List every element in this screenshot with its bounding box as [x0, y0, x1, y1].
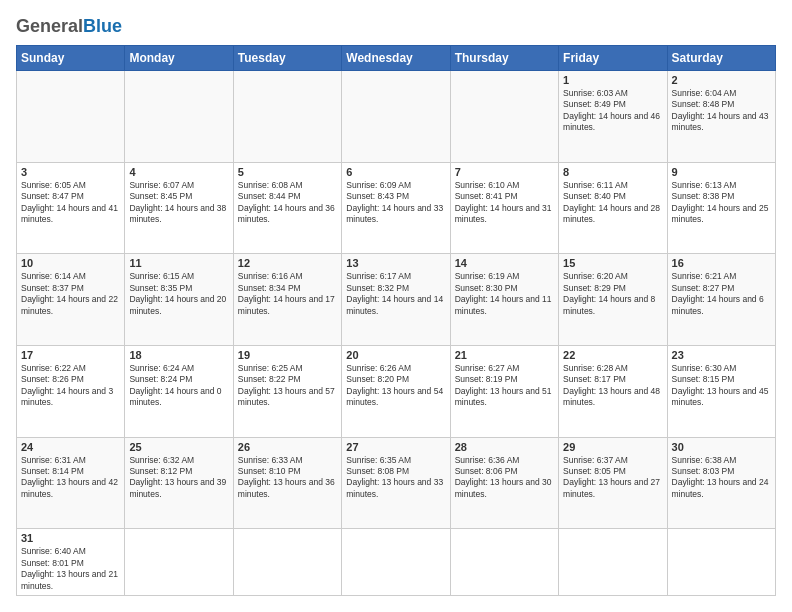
- day-info: Sunrise: 6:17 AM Sunset: 8:32 PM Dayligh…: [346, 271, 445, 317]
- calendar-cell: [125, 71, 233, 163]
- calendar-table: SundayMondayTuesdayWednesdayThursdayFrid…: [16, 45, 776, 596]
- weekday-header-wednesday: Wednesday: [342, 46, 450, 71]
- day-info: Sunrise: 6:15 AM Sunset: 8:35 PM Dayligh…: [129, 271, 228, 317]
- header: General GeneralBlue: [16, 16, 776, 37]
- day-info: Sunrise: 6:04 AM Sunset: 8:48 PM Dayligh…: [672, 88, 771, 134]
- day-number: 8: [563, 166, 662, 178]
- calendar-cell: [559, 529, 667, 596]
- calendar-cell: [17, 71, 125, 163]
- calendar-cell: 10Sunrise: 6:14 AM Sunset: 8:37 PM Dayli…: [17, 254, 125, 346]
- calendar-cell: 14Sunrise: 6:19 AM Sunset: 8:30 PM Dayli…: [450, 254, 558, 346]
- day-number: 10: [21, 257, 120, 269]
- calendar-cell: [233, 529, 341, 596]
- day-number: 18: [129, 349, 228, 361]
- calendar-cell: 29Sunrise: 6:37 AM Sunset: 8:05 PM Dayli…: [559, 437, 667, 529]
- day-info: Sunrise: 6:14 AM Sunset: 8:37 PM Dayligh…: [21, 271, 120, 317]
- day-info: Sunrise: 6:19 AM Sunset: 8:30 PM Dayligh…: [455, 271, 554, 317]
- weekday-header-thursday: Thursday: [450, 46, 558, 71]
- day-info: Sunrise: 6:08 AM Sunset: 8:44 PM Dayligh…: [238, 180, 337, 226]
- day-info: Sunrise: 6:30 AM Sunset: 8:15 PM Dayligh…: [672, 363, 771, 409]
- calendar-cell: 4Sunrise: 6:07 AM Sunset: 8:45 PM Daylig…: [125, 162, 233, 254]
- day-number: 6: [346, 166, 445, 178]
- calendar-cell: 6Sunrise: 6:09 AM Sunset: 8:43 PM Daylig…: [342, 162, 450, 254]
- calendar-cell: 31Sunrise: 6:40 AM Sunset: 8:01 PM Dayli…: [17, 529, 125, 596]
- calendar-cell: 3Sunrise: 6:05 AM Sunset: 8:47 PM Daylig…: [17, 162, 125, 254]
- day-number: 28: [455, 441, 554, 453]
- calendar-week-6: 31Sunrise: 6:40 AM Sunset: 8:01 PM Dayli…: [17, 529, 776, 596]
- calendar-cell: 25Sunrise: 6:32 AM Sunset: 8:12 PM Dayli…: [125, 437, 233, 529]
- calendar-cell: 13Sunrise: 6:17 AM Sunset: 8:32 PM Dayli…: [342, 254, 450, 346]
- day-number: 15: [563, 257, 662, 269]
- day-info: Sunrise: 6:09 AM Sunset: 8:43 PM Dayligh…: [346, 180, 445, 226]
- page: General GeneralBlue SundayMondayTuesdayW…: [0, 0, 792, 612]
- day-info: Sunrise: 6:07 AM Sunset: 8:45 PM Dayligh…: [129, 180, 228, 226]
- day-number: 31: [21, 532, 120, 544]
- day-number: 3: [21, 166, 120, 178]
- day-number: 2: [672, 74, 771, 86]
- day-info: Sunrise: 6:27 AM Sunset: 8:19 PM Dayligh…: [455, 363, 554, 409]
- calendar-week-2: 3Sunrise: 6:05 AM Sunset: 8:47 PM Daylig…: [17, 162, 776, 254]
- calendar-week-3: 10Sunrise: 6:14 AM Sunset: 8:37 PM Dayli…: [17, 254, 776, 346]
- day-number: 19: [238, 349, 337, 361]
- calendar-week-1: 1Sunrise: 6:03 AM Sunset: 8:49 PM Daylig…: [17, 71, 776, 163]
- calendar-cell: [342, 71, 450, 163]
- calendar-cell: 18Sunrise: 6:24 AM Sunset: 8:24 PM Dayli…: [125, 345, 233, 437]
- day-number: 9: [672, 166, 771, 178]
- day-info: Sunrise: 6:28 AM Sunset: 8:17 PM Dayligh…: [563, 363, 662, 409]
- calendar-cell: 30Sunrise: 6:38 AM Sunset: 8:03 PM Dayli…: [667, 437, 775, 529]
- day-info: Sunrise: 6:11 AM Sunset: 8:40 PM Dayligh…: [563, 180, 662, 226]
- calendar-cell: 2Sunrise: 6:04 AM Sunset: 8:48 PM Daylig…: [667, 71, 775, 163]
- day-info: Sunrise: 6:25 AM Sunset: 8:22 PM Dayligh…: [238, 363, 337, 409]
- day-info: Sunrise: 6:16 AM Sunset: 8:34 PM Dayligh…: [238, 271, 337, 317]
- day-info: Sunrise: 6:26 AM Sunset: 8:20 PM Dayligh…: [346, 363, 445, 409]
- calendar-cell: 12Sunrise: 6:16 AM Sunset: 8:34 PM Dayli…: [233, 254, 341, 346]
- weekday-header-sunday: Sunday: [17, 46, 125, 71]
- day-number: 29: [563, 441, 662, 453]
- day-number: 27: [346, 441, 445, 453]
- day-number: 30: [672, 441, 771, 453]
- day-number: 23: [672, 349, 771, 361]
- calendar-cell: [667, 529, 775, 596]
- calendar-cell: 5Sunrise: 6:08 AM Sunset: 8:44 PM Daylig…: [233, 162, 341, 254]
- logo-text: GeneralBlue: [16, 16, 122, 37]
- day-number: 20: [346, 349, 445, 361]
- day-info: Sunrise: 6:36 AM Sunset: 8:06 PM Dayligh…: [455, 455, 554, 501]
- day-number: 7: [455, 166, 554, 178]
- day-info: Sunrise: 6:10 AM Sunset: 8:41 PM Dayligh…: [455, 180, 554, 226]
- calendar-cell: 8Sunrise: 6:11 AM Sunset: 8:40 PM Daylig…: [559, 162, 667, 254]
- day-number: 25: [129, 441, 228, 453]
- day-info: Sunrise: 6:37 AM Sunset: 8:05 PM Dayligh…: [563, 455, 662, 501]
- calendar-cell: 7Sunrise: 6:10 AM Sunset: 8:41 PM Daylig…: [450, 162, 558, 254]
- day-number: 1: [563, 74, 662, 86]
- calendar-cell: [125, 529, 233, 596]
- day-info: Sunrise: 6:13 AM Sunset: 8:38 PM Dayligh…: [672, 180, 771, 226]
- day-number: 21: [455, 349, 554, 361]
- calendar-cell: 1Sunrise: 6:03 AM Sunset: 8:49 PM Daylig…: [559, 71, 667, 163]
- calendar-cell: 24Sunrise: 6:31 AM Sunset: 8:14 PM Dayli…: [17, 437, 125, 529]
- day-number: 5: [238, 166, 337, 178]
- calendar-cell: 27Sunrise: 6:35 AM Sunset: 8:08 PM Dayli…: [342, 437, 450, 529]
- day-number: 11: [129, 257, 228, 269]
- calendar-week-4: 17Sunrise: 6:22 AM Sunset: 8:26 PM Dayli…: [17, 345, 776, 437]
- day-info: Sunrise: 6:03 AM Sunset: 8:49 PM Dayligh…: [563, 88, 662, 134]
- calendar-cell: 16Sunrise: 6:21 AM Sunset: 8:27 PM Dayli…: [667, 254, 775, 346]
- calendar-cell: 15Sunrise: 6:20 AM Sunset: 8:29 PM Dayli…: [559, 254, 667, 346]
- day-info: Sunrise: 6:05 AM Sunset: 8:47 PM Dayligh…: [21, 180, 120, 226]
- calendar-cell: 23Sunrise: 6:30 AM Sunset: 8:15 PM Dayli…: [667, 345, 775, 437]
- weekday-header-friday: Friday: [559, 46, 667, 71]
- logo: General GeneralBlue: [16, 16, 122, 37]
- calendar-cell: 11Sunrise: 6:15 AM Sunset: 8:35 PM Dayli…: [125, 254, 233, 346]
- calendar-cell: [233, 71, 341, 163]
- weekday-header-saturday: Saturday: [667, 46, 775, 71]
- day-number: 14: [455, 257, 554, 269]
- day-number: 22: [563, 349, 662, 361]
- calendar-cell: 26Sunrise: 6:33 AM Sunset: 8:10 PM Dayli…: [233, 437, 341, 529]
- calendar-cell: [342, 529, 450, 596]
- day-info: Sunrise: 6:40 AM Sunset: 8:01 PM Dayligh…: [21, 546, 120, 592]
- day-number: 26: [238, 441, 337, 453]
- day-info: Sunrise: 6:20 AM Sunset: 8:29 PM Dayligh…: [563, 271, 662, 317]
- calendar-cell: 21Sunrise: 6:27 AM Sunset: 8:19 PM Dayli…: [450, 345, 558, 437]
- day-info: Sunrise: 6:24 AM Sunset: 8:24 PM Dayligh…: [129, 363, 228, 409]
- day-number: 13: [346, 257, 445, 269]
- calendar-cell: [450, 529, 558, 596]
